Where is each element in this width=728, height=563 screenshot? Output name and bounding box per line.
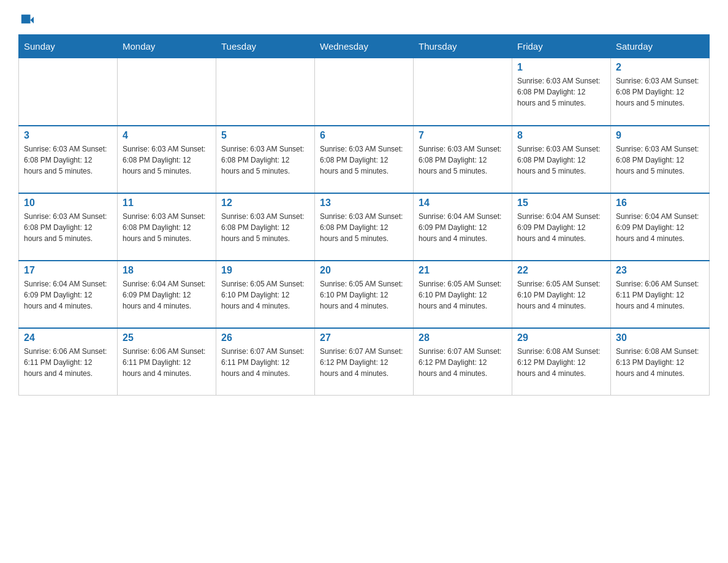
- calendar-cell: 17Sunrise: 6:04 AM Sunset: 6:09 PM Dayli…: [19, 261, 118, 328]
- day-info: Sunrise: 6:03 AM Sunset: 6:08 PM Dayligh…: [24, 144, 112, 177]
- calendar-cell: 14Sunrise: 6:04 AM Sunset: 6:09 PM Dayli…: [414, 193, 512, 261]
- calendar-cell: 26Sunrise: 6:07 AM Sunset: 6:11 PM Dayli…: [216, 328, 315, 396]
- calendar-cell: [315, 58, 414, 126]
- day-info: Sunrise: 6:03 AM Sunset: 6:08 PM Dayligh…: [419, 144, 507, 177]
- week-row-1: 1Sunrise: 6:03 AM Sunset: 6:08 PM Daylig…: [19, 58, 710, 126]
- calendar-cell: 15Sunrise: 6:04 AM Sunset: 6:09 PM Dayli…: [512, 193, 611, 261]
- day-number: 6: [320, 130, 408, 141]
- calendar-cell: 4Sunrise: 6:03 AM Sunset: 6:08 PM Daylig…: [118, 126, 216, 193]
- calendar-cell: 18Sunrise: 6:04 AM Sunset: 6:09 PM Dayli…: [118, 261, 216, 328]
- day-number: 12: [221, 197, 309, 209]
- day-number: 2: [616, 62, 704, 73]
- day-number: 25: [123, 332, 211, 343]
- day-number: 5: [221, 130, 309, 141]
- day-number: 3: [24, 130, 112, 141]
- day-info: Sunrise: 6:05 AM Sunset: 6:10 PM Dayligh…: [419, 278, 507, 312]
- calendar-cell: 1Sunrise: 6:03 AM Sunset: 6:08 PM Daylig…: [512, 58, 611, 126]
- day-number: 27: [320, 332, 408, 343]
- calendar-cell: 24Sunrise: 6:06 AM Sunset: 6:11 PM Dayli…: [19, 328, 118, 396]
- calendar-cell: 6Sunrise: 6:03 AM Sunset: 6:08 PM Daylig…: [315, 126, 414, 193]
- day-info: Sunrise: 6:05 AM Sunset: 6:10 PM Dayligh…: [221, 278, 309, 312]
- header-thursday: Thursday: [414, 35, 512, 58]
- calendar-cell: 20Sunrise: 6:05 AM Sunset: 6:10 PM Dayli…: [315, 261, 414, 328]
- day-info: Sunrise: 6:07 AM Sunset: 6:12 PM Dayligh…: [320, 346, 408, 379]
- week-row-3: 10Sunrise: 6:03 AM Sunset: 6:08 PM Dayli…: [19, 193, 710, 261]
- day-number: 24: [24, 332, 112, 343]
- day-info: Sunrise: 6:04 AM Sunset: 6:09 PM Dayligh…: [24, 278, 112, 312]
- day-number: 26: [221, 332, 309, 343]
- calendar-cell: 13Sunrise: 6:03 AM Sunset: 6:08 PM Dayli…: [315, 193, 414, 261]
- day-info: Sunrise: 6:05 AM Sunset: 6:10 PM Dayligh…: [320, 278, 408, 312]
- day-info: Sunrise: 6:06 AM Sunset: 6:11 PM Dayligh…: [123, 346, 211, 379]
- day-number: 15: [517, 197, 605, 209]
- calendar-cell: 29Sunrise: 6:08 AM Sunset: 6:12 PM Dayli…: [512, 328, 611, 396]
- day-number: 10: [24, 197, 112, 209]
- day-number: 20: [320, 265, 408, 276]
- header-wednesday: Wednesday: [315, 35, 414, 58]
- calendar-cell: 27Sunrise: 6:07 AM Sunset: 6:12 PM Dayli…: [315, 328, 414, 396]
- calendar-cell: [216, 58, 315, 126]
- day-number: 30: [616, 332, 704, 343]
- logo-arrow-icon: [20, 12, 34, 28]
- day-info: Sunrise: 6:04 AM Sunset: 6:09 PM Dayligh…: [123, 278, 211, 312]
- day-info: Sunrise: 6:06 AM Sunset: 6:11 PM Dayligh…: [24, 346, 112, 379]
- calendar-cell: [19, 58, 118, 126]
- calendar-cell: 3Sunrise: 6:03 AM Sunset: 6:08 PM Daylig…: [19, 126, 118, 193]
- day-number: 14: [419, 197, 507, 209]
- calendar-cell: 5Sunrise: 6:03 AM Sunset: 6:08 PM Daylig…: [216, 126, 315, 193]
- day-number: 19: [221, 265, 309, 276]
- calendar-cell: 10Sunrise: 6:03 AM Sunset: 6:08 PM Dayli…: [19, 193, 118, 261]
- day-info: Sunrise: 6:03 AM Sunset: 6:08 PM Dayligh…: [320, 144, 408, 177]
- day-info: Sunrise: 6:05 AM Sunset: 6:10 PM Dayligh…: [517, 278, 605, 312]
- day-number: 21: [419, 265, 507, 276]
- day-info: Sunrise: 6:03 AM Sunset: 6:08 PM Dayligh…: [24, 211, 112, 244]
- header-saturday: Saturday: [611, 35, 710, 58]
- calendar-cell: 8Sunrise: 6:03 AM Sunset: 6:08 PM Daylig…: [512, 126, 611, 193]
- calendar-cell: 25Sunrise: 6:06 AM Sunset: 6:11 PM Dayli…: [118, 328, 216, 396]
- day-info: Sunrise: 6:08 AM Sunset: 6:12 PM Dayligh…: [517, 346, 605, 379]
- header-monday: Monday: [118, 35, 216, 58]
- week-row-5: 24Sunrise: 6:06 AM Sunset: 6:11 PM Dayli…: [19, 328, 710, 396]
- day-info: Sunrise: 6:03 AM Sunset: 6:08 PM Dayligh…: [221, 211, 309, 244]
- day-number: 13: [320, 197, 408, 209]
- week-row-2: 3Sunrise: 6:03 AM Sunset: 6:08 PM Daylig…: [19, 126, 710, 193]
- calendar-cell: [118, 58, 216, 126]
- day-info: Sunrise: 6:04 AM Sunset: 6:09 PM Dayligh…: [419, 211, 507, 244]
- calendar-cell: 2Sunrise: 6:03 AM Sunset: 6:08 PM Daylig…: [611, 58, 710, 126]
- day-number: 23: [616, 265, 704, 276]
- calendar-cell: 21Sunrise: 6:05 AM Sunset: 6:10 PM Dayli…: [414, 261, 512, 328]
- day-number: 7: [419, 130, 507, 141]
- calendar-cell: 30Sunrise: 6:08 AM Sunset: 6:13 PM Dayli…: [611, 328, 710, 396]
- day-number: 11: [123, 197, 211, 209]
- day-info: Sunrise: 6:03 AM Sunset: 6:08 PM Dayligh…: [616, 75, 704, 109]
- header-friday: Friday: [512, 35, 611, 58]
- calendar-cell: 28Sunrise: 6:07 AM Sunset: 6:12 PM Dayli…: [414, 328, 512, 396]
- day-number: 28: [419, 332, 507, 343]
- calendar-table: Sunday Monday Tuesday Wednesday Thursday…: [18, 34, 710, 396]
- header-tuesday: Tuesday: [216, 35, 315, 58]
- day-info: Sunrise: 6:03 AM Sunset: 6:08 PM Dayligh…: [123, 144, 211, 177]
- calendar-cell: 19Sunrise: 6:05 AM Sunset: 6:10 PM Dayli…: [216, 261, 315, 328]
- day-number: 22: [517, 265, 605, 276]
- day-info: Sunrise: 6:03 AM Sunset: 6:08 PM Dayligh…: [123, 211, 211, 244]
- day-info: Sunrise: 6:04 AM Sunset: 6:09 PM Dayligh…: [616, 211, 704, 244]
- day-info: Sunrise: 6:04 AM Sunset: 6:09 PM Dayligh…: [517, 211, 605, 244]
- svg-marker-0: [21, 15, 34, 24]
- weekday-header-row: Sunday Monday Tuesday Wednesday Thursday…: [19, 35, 710, 58]
- page-header: [18, 12, 710, 28]
- day-info: Sunrise: 6:08 AM Sunset: 6:13 PM Dayligh…: [616, 346, 704, 379]
- day-info: Sunrise: 6:03 AM Sunset: 6:08 PM Dayligh…: [517, 75, 605, 109]
- week-row-4: 17Sunrise: 6:04 AM Sunset: 6:09 PM Dayli…: [19, 261, 710, 328]
- day-number: 18: [123, 265, 211, 276]
- header-sunday: Sunday: [19, 35, 118, 58]
- calendar-cell: [414, 58, 512, 126]
- day-number: 16: [616, 197, 704, 209]
- day-number: 8: [517, 130, 605, 141]
- day-info: Sunrise: 6:03 AM Sunset: 6:08 PM Dayligh…: [320, 211, 408, 244]
- day-number: 29: [517, 332, 605, 343]
- day-info: Sunrise: 6:03 AM Sunset: 6:08 PM Dayligh…: [517, 144, 605, 177]
- calendar-cell: 11Sunrise: 6:03 AM Sunset: 6:08 PM Dayli…: [118, 193, 216, 261]
- calendar-cell: 22Sunrise: 6:05 AM Sunset: 6:10 PM Dayli…: [512, 261, 611, 328]
- calendar-cell: 9Sunrise: 6:03 AM Sunset: 6:08 PM Daylig…: [611, 126, 710, 193]
- day-number: 1: [517, 62, 605, 73]
